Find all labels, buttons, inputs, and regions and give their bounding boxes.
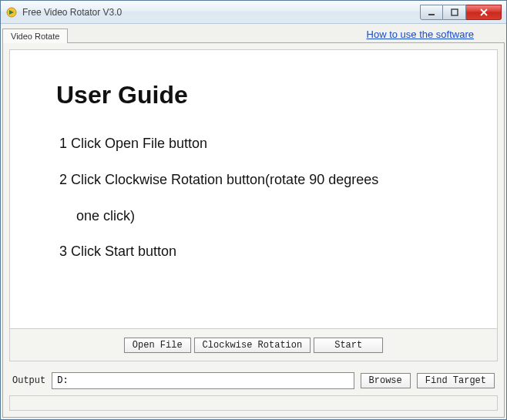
client-area: Video Rotate How to use the software Use… bbox=[1, 24, 506, 419]
guide-step-3: 3 Click Start button bbox=[56, 240, 451, 263]
guide-step-1: 1 Click Open File button bbox=[56, 133, 451, 155]
output-path-input[interactable] bbox=[52, 372, 354, 389]
guide-heading: User Guide bbox=[56, 81, 451, 109]
output-label: Output bbox=[12, 375, 45, 386]
maximize-button[interactable] bbox=[443, 5, 466, 20]
svg-rect-1 bbox=[428, 14, 435, 15]
help-link[interactable]: How to use the software bbox=[367, 29, 474, 40]
start-button[interactable]: Start bbox=[314, 338, 383, 353]
guide-step-2a: 2 Click Clockwise Rotation button(rotate… bbox=[56, 169, 451, 191]
action-button-row: Open File Clockwise Rotation Start bbox=[9, 329, 498, 361]
preview-area: User Guide 1 Click Open File button 2 Cl… bbox=[9, 49, 498, 329]
tab-content: User Guide 1 Click Open File button 2 Cl… bbox=[2, 42, 505, 418]
window-title: Free Video Rotator V3.0 bbox=[22, 7, 420, 18]
minimize-button[interactable] bbox=[420, 5, 443, 20]
window-controls bbox=[420, 5, 502, 20]
open-file-button[interactable]: Open File bbox=[124, 338, 191, 353]
tab-row: Video Rotate How to use the software bbox=[2, 25, 505, 42]
find-target-button[interactable]: Find Target bbox=[417, 373, 495, 388]
output-row: Output Browse Find Target bbox=[9, 366, 498, 395]
status-bar bbox=[9, 395, 498, 411]
close-button[interactable] bbox=[466, 5, 502, 20]
svg-rect-2 bbox=[452, 9, 458, 15]
titlebar: Free Video Rotator V3.0 bbox=[1, 1, 506, 24]
guide-step-2b: one click) bbox=[56, 205, 451, 227]
clockwise-rotation-button[interactable]: Clockwise Rotation bbox=[194, 338, 311, 353]
tab-video-rotate[interactable]: Video Rotate bbox=[2, 29, 68, 43]
browse-button[interactable]: Browse bbox=[361, 373, 411, 388]
app-icon bbox=[5, 6, 18, 18]
